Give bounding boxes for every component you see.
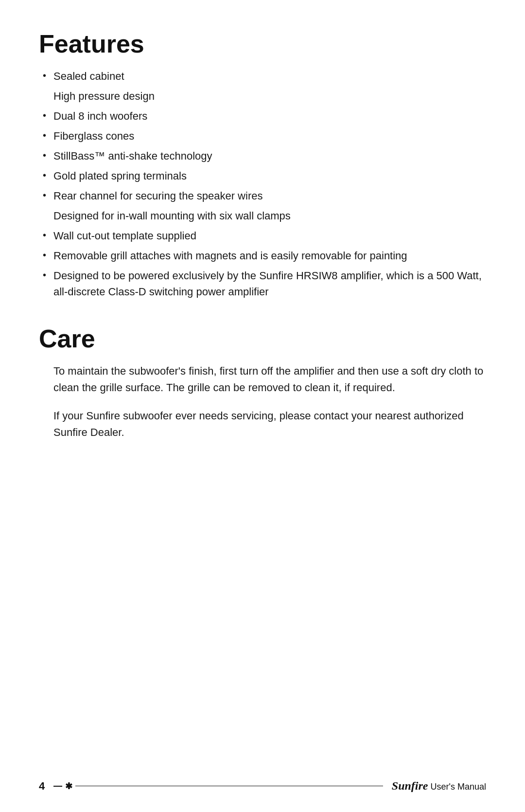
footer-brand: Sunfire User's Manual [392, 779, 486, 793]
list-item-text: Sealed cabinet [53, 70, 124, 82]
list-item-text: Designed for in-wall mounting with six w… [53, 210, 291, 222]
features-section: Features Sealed cabinet High pressure de… [39, 29, 486, 300]
list-item-text: Fiberglass cones [53, 130, 134, 142]
care-paragraph-1: To maintain the subwoofer's finish, firs… [39, 363, 486, 396]
features-title: Features [39, 29, 486, 58]
page-number: 4 [39, 780, 45, 793]
list-item: Removable grill attaches with magnets an… [39, 248, 486, 264]
list-item-text: High pressure design [53, 90, 155, 102]
care-section: Care To maintain the subwoofer's finish,… [39, 324, 486, 441]
list-item-text: Dual 8 inch woofers [53, 110, 147, 122]
list-item: Fiberglass cones [39, 128, 486, 144]
list-item-text: Gold plated spring terminals [53, 170, 187, 182]
care-title: Care [39, 324, 486, 353]
brand-manual-text: User's Manual [431, 782, 486, 792]
footer-asterisk-icon: ✱ [65, 781, 72, 792]
list-item-text: Wall cut-out template supplied [53, 230, 196, 242]
list-item-text: Rear channel for securing the speaker wi… [53, 190, 262, 202]
list-item-text: Removable grill attaches with magnets an… [53, 250, 407, 262]
list-item-text: StillBass™ anti-shake technology [53, 150, 212, 162]
care-paragraph-2: If your Sunfire subwoofer ever needs ser… [39, 408, 486, 441]
page: Features Sealed cabinet High pressure de… [0, 0, 525, 812]
list-item: Rear channel for securing the speaker wi… [39, 188, 486, 204]
list-item: StillBass™ anti-shake technology [39, 148, 486, 164]
footer: 4 ✱ Sunfire User's Manual [0, 779, 525, 793]
footer-line-left [53, 786, 62, 787]
features-list: Sealed cabinet High pressure design Dual… [39, 68, 486, 300]
footer-divider-line [75, 786, 383, 787]
list-item: Designed to be powered exclusively by th… [39, 268, 486, 300]
list-item: Gold plated spring terminals [39, 168, 486, 184]
list-item-text: Designed to be powered exclusively by th… [53, 270, 482, 298]
list-item: Dual 8 inch woofers [39, 108, 486, 124]
list-item: Designed for in-wall mounting with six w… [39, 208, 486, 224]
brand-name-italic: Sunfire [392, 779, 428, 793]
list-item: Wall cut-out template supplied [39, 228, 486, 244]
list-item: High pressure design [39, 88, 486, 104]
list-item: Sealed cabinet [39, 68, 486, 84]
